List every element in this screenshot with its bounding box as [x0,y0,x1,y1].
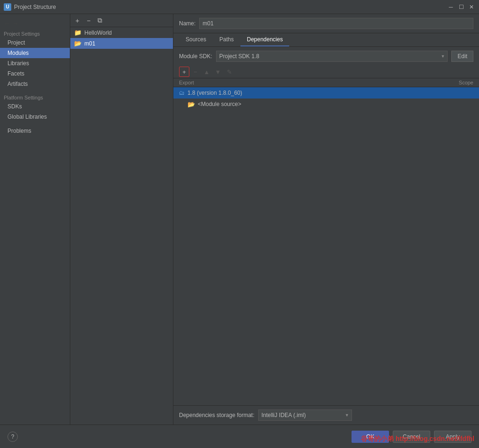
copy-module-button[interactable]: ⧉ [95,15,105,26]
sidebar-item-label: SDKs [7,103,22,110]
module-list: 📁 HelloWorld 📂 m01 [70,27,173,425]
content-wrapper: + − ⧉ 📁 HelloWorld 📂 m01 Name: [70,14,479,425]
remove-module-button[interactable]: − [83,15,94,26]
module-list-item-m01[interactable]: 📂 m01 [70,38,173,49]
tab-sources[interactable]: Sources [179,33,213,46]
edit-dep-button[interactable]: ✎ [224,67,234,77]
help-button[interactable]: ? [7,432,18,442]
sdk-dep-icon: 🗂 [179,90,185,96]
storage-dropdown[interactable]: IntelliJ IDEA (.iml) [258,410,352,421]
title-bar-controls: ─ ☐ ✕ [447,3,475,11]
sidebar-item-facets[interactable]: Facets [0,68,70,79]
name-row: Name: [173,14,479,33]
apply-button[interactable]: Apply [434,431,472,443]
module-source-icon: 📂 [187,101,195,108]
storage-label: Dependencies storage format: [179,412,254,418]
move-dep-down-button[interactable]: ▼ [213,67,223,77]
nav-row: ← → [0,18,70,29]
sidebar-item-global-libraries[interactable]: Global Libraries [0,112,70,122]
edit-sdk-button[interactable]: Edit [451,51,473,62]
footer-left: ? [7,432,18,442]
footer: ? OK Cancel Apply [0,425,479,448]
window-title: Project Structure [14,4,447,10]
tab-dependencies[interactable]: Dependencies [240,33,290,46]
dep-row-content: 🗂 1.8 (version 1.8.0_60) [179,90,436,96]
app-icon: U [4,3,11,11]
sdk-dropdown[interactable]: Project SDK 1.8 [216,51,448,62]
scope-col-header: Scope [436,80,473,85]
sidebar-item-label: Artifacts [7,81,28,87]
sidebar: ← → Project Settings Project Modules Lib… [0,14,70,425]
dep-name: 1.8 (version 1.8.0_60) [187,90,242,96]
sidebar-item-project[interactable]: Project [0,38,70,48]
sdk-row: Module SDK: Project SDK 1.8 Edit [173,47,479,66]
dep-row-content: 📂 <Module source> [187,101,436,108]
cancel-button[interactable]: Cancel [393,431,430,443]
nav-forward-button[interactable]: → [12,20,19,27]
name-label: Name: [179,20,195,27]
sidebar-item-label: Project [7,39,25,46]
module-item-label: m01 [84,40,95,47]
right-panel: Name: Sources Paths Dependencies Module … [173,14,479,425]
nav-back-button[interactable]: ← [4,20,10,27]
name-input[interactable] [199,18,473,29]
dependencies-panel: Module SDK: Project SDK 1.8 Edit + − ▲ ▼… [173,47,479,425]
platform-settings-label: Platform Settings [0,93,70,101]
sidebar-item-libraries[interactable]: Libraries [0,58,70,68]
main-container: ← → Project Settings Project Modules Lib… [0,14,479,425]
sidebar-item-label: Libraries [7,60,29,67]
ok-button[interactable]: OK [352,431,389,443]
storage-select-wrapper: IntelliJ IDEA (.iml) [258,410,352,421]
dep-row-module-source[interactable]: 📂 <Module source> [173,99,479,110]
move-dep-up-button[interactable]: ▲ [202,67,212,77]
module-toolbar: + − ⧉ [70,14,173,27]
module-sdk-label: Module SDK: [179,53,212,60]
module-panel: + − ⧉ 📁 HelloWorld 📂 m01 [70,14,173,425]
export-col-header: Export [179,80,436,85]
maximize-button[interactable]: ☐ [457,3,465,11]
storage-row: Dependencies storage format: IntelliJ ID… [173,405,479,425]
folder-icon: 📁 [74,29,82,36]
dep-toolbar: + − ▲ ▼ ✎ [173,66,479,78]
title-bar: U Project Structure ─ ☐ ✕ [0,0,479,14]
minimize-button[interactable]: ─ [447,3,455,11]
dep-name: <Module source> [198,101,241,107]
remove-dep-button[interactable]: − [190,67,201,77]
module-list-item-helloworld[interactable]: 📁 HelloWorld [70,27,173,38]
sidebar-item-sdks[interactable]: SDKs [0,101,70,112]
sdk-select-wrapper: Project SDK 1.8 [216,51,448,62]
sidebar-item-problems[interactable]: Problems [0,126,70,136]
close-button[interactable]: ✕ [468,3,475,11]
sidebar-item-label: Modules [7,50,29,56]
module-item-label: HelloWorld [84,30,112,36]
sidebar-item-label: Global Libraries [7,114,47,120]
sidebar-item-artifacts[interactable]: Artifacts [0,79,70,89]
tabs-bar: Sources Paths Dependencies [173,33,479,47]
footer-right: OK Cancel Apply [352,431,472,443]
dep-row-sdk[interactable]: 🗂 1.8 (version 1.8.0_60) [173,87,479,99]
module-icon: 📂 [74,40,82,47]
dep-table-header: Export Scope [173,78,479,87]
add-dep-button[interactable]: + [179,67,189,77]
dep-table: 🗂 1.8 (version 1.8.0_60) 📂 <Module sourc… [173,87,479,405]
tab-paths[interactable]: Paths [213,33,240,46]
sidebar-item-label: Facets [7,70,24,77]
sidebar-item-label: Problems [7,128,31,134]
add-module-button[interactable]: + [72,15,82,26]
sidebar-item-modules[interactable]: Modules [0,48,70,58]
project-settings-label: Project Settings [0,29,70,38]
